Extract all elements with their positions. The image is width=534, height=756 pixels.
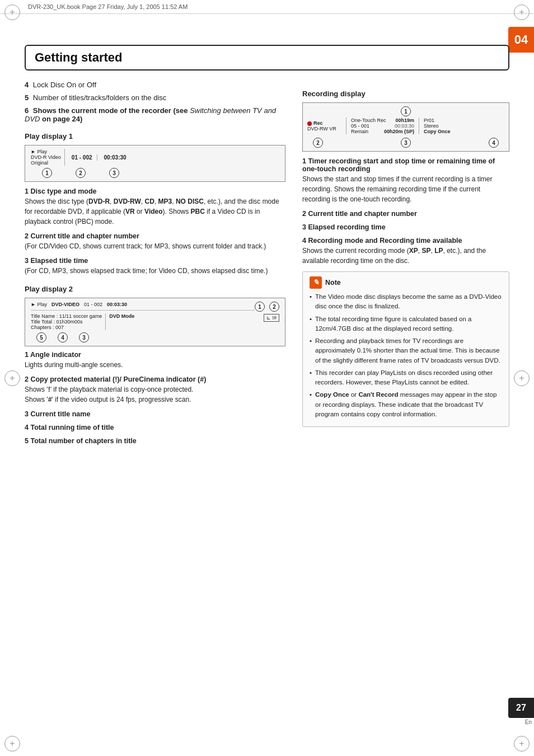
rd-item-4: 4 Recording mode and Recording time avai… xyxy=(302,237,509,266)
pd2-top-row: ► Play DVD-VIDEO 01 - 002 00:03:30 xyxy=(31,302,255,311)
chapter-number: 04 xyxy=(514,32,528,47)
corner-mark-bl xyxy=(4,736,20,752)
note-box: ✎ Note • The Video mode disc displays be… xyxy=(302,271,509,427)
rd-item-2: 2 Current title and chapter number xyxy=(302,210,509,218)
intro-item-6-text: Shows the current mode of the recorder (… xyxy=(33,106,188,115)
page-number-box: 27 xyxy=(508,698,534,718)
play-display-2-title: Play display 2 xyxy=(25,285,285,293)
pd1-item-1: 1 Disc type and mode Shows the disc type… xyxy=(25,187,285,227)
callout-2: 2 xyxy=(76,168,86,178)
rec-callout-3: 3 xyxy=(401,138,411,148)
play-display-1-box: ► Play DVD-R Video Original 01 - 002 00:… xyxy=(25,145,285,182)
angle-indicator: ⊾!# xyxy=(264,314,279,322)
callout-1: 1 xyxy=(42,168,52,178)
corner-mark-br xyxy=(514,736,530,752)
intro-item-5: 5 Number of titles/tracks/folders on the… xyxy=(25,93,285,102)
callout-3: 3 xyxy=(109,168,119,178)
callout-bottom-5: 5 xyxy=(36,332,46,342)
intro-item-4-text: Lock Disc On or Off xyxy=(33,81,96,89)
intro-item-6: 6 Shows the current mode of the recorder… xyxy=(25,106,285,123)
intro-item-4: 4 Lock Disc On or Off xyxy=(25,81,285,89)
page-header: Getting started xyxy=(25,45,509,71)
pd2-bottom: Title Name : 11/11 soccer game Title Tot… xyxy=(31,313,255,330)
rec-callout-2: 2 xyxy=(313,138,323,148)
rd-item-1: 1 Timer recording start and stop time or… xyxy=(302,157,509,204)
note-header: ✎ Note xyxy=(310,276,502,289)
pd2-item-4: 4 Total running time of title xyxy=(25,424,285,431)
rec-callout-1: 1 xyxy=(401,106,411,116)
intro-item-5-text: Number of titles/tracks/folders on the d… xyxy=(33,93,166,102)
rd-item-3: 3 Elapsed recording time xyxy=(302,223,509,231)
left-column: 4 Lock Disc On or Off 5 Number of titles… xyxy=(25,81,285,450)
recording-display-box: 1 Rec DVD-RW VR One-Touch Rec 00h19m 05 … xyxy=(302,102,509,152)
pd2-item-5: 5 Total number of chapters in title xyxy=(25,437,285,445)
corner-mark-mr xyxy=(514,370,530,386)
pd1-item-2: 2 Current title and chapter number (For … xyxy=(25,232,285,251)
callout-top-1: 1 xyxy=(255,302,265,312)
pd2-item-3: 3 Current title name xyxy=(25,410,285,418)
page-lang: En xyxy=(525,719,532,725)
corner-mark-tr xyxy=(514,4,530,20)
callout-bottom-4: 4 xyxy=(58,332,68,342)
note-icon: ✎ xyxy=(310,276,322,289)
main-content: 4 Lock Disc On or Off 5 Number of titles… xyxy=(25,81,509,450)
callout-top-2: 2 xyxy=(269,302,279,312)
callout-bottom-3: 3 xyxy=(79,332,89,342)
note-title: Note xyxy=(325,279,341,287)
copy-once-label: Copy Once xyxy=(424,129,453,134)
note-item-3: • Recording and playback times for TV re… xyxy=(310,336,502,365)
file-info-bar: DVR-230_UK.book Page 27 Friday, July 1, … xyxy=(0,0,534,14)
rec-callout-4: 4 xyxy=(489,138,499,148)
page-number: 27 xyxy=(516,703,526,713)
recording-display-title: Recording display xyxy=(302,90,509,98)
play-display-1-title: Play display 1 xyxy=(25,132,285,140)
page-title: Getting started xyxy=(35,50,122,65)
file-info-text: DVR-230_UK.book Page 27 Friday, July 1, … xyxy=(28,3,188,10)
note-item-1: • The Video mode disc displays become th… xyxy=(310,292,502,312)
right-column: Recording display 1 Rec DVD-RW VR One-To… xyxy=(302,81,509,450)
note-item-2: • The total recording time figure is cal… xyxy=(310,314,502,334)
pd1-item-3: 3 Elapsed title time (For CD, MP3, shows… xyxy=(25,257,285,276)
note-item-5: • Copy Once or Can't Record messages may… xyxy=(310,390,502,419)
pd2-item-2: 2 Copy protected material (!)/ PureCinem… xyxy=(25,375,285,405)
note-item-4: • This recorder can play PlayLists on di… xyxy=(310,368,502,388)
play-display-2-box: ► Play DVD-VIDEO 01 - 002 00:03:30 Title… xyxy=(25,298,285,346)
corner-mark-tl xyxy=(4,4,20,20)
chapter-tab: 04 xyxy=(508,27,534,53)
rec-dot xyxy=(307,121,312,126)
pd2-item-1: 1 Angle indicator Lights during multi-an… xyxy=(25,351,285,370)
corner-mark-ml xyxy=(4,370,20,386)
